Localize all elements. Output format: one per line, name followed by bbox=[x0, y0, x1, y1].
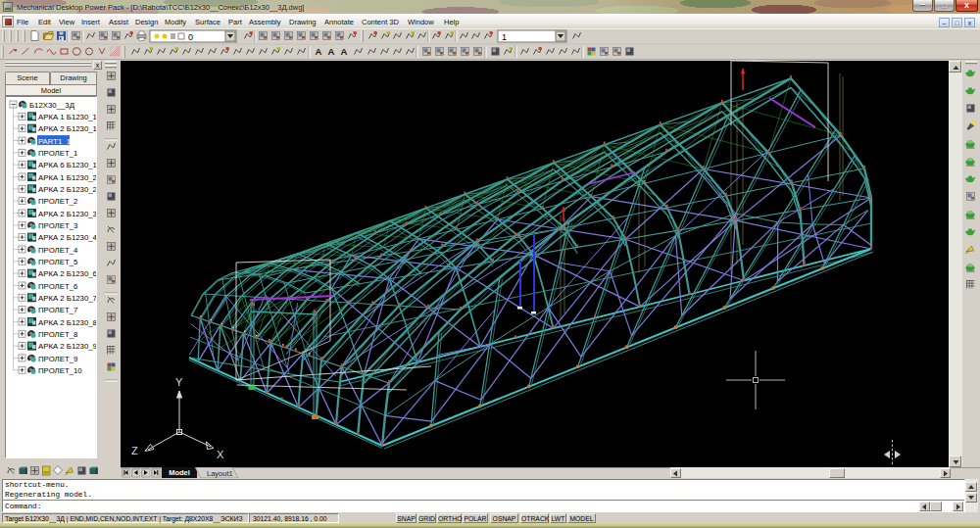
svg-text:ПРОЛЕТ_6: ПРОЛЕТ_6 bbox=[38, 282, 77, 291]
svg-text:АРКА 2 Б1230_4: АРКА 2 Б1230_4 bbox=[38, 233, 96, 242]
svg-text:Layout1: Layout1 bbox=[207, 469, 233, 478]
svg-text:Target Б12X30__3Д | END,MID,CE: Target Б12X30__3Д | END,MID,CEN,NOD,INT,… bbox=[5, 515, 243, 523]
svg-text:ПРОЛЕТ_9: ПРОЛЕТ_9 bbox=[38, 355, 77, 363]
svg-text:30121.40, 8918.16 , 0.00: 30121.40, 8918.16 , 0.00 bbox=[253, 515, 327, 522]
svg-text:1: 1 bbox=[502, 32, 507, 42]
svg-text:АРКА 2 Б1230_8: АРКА 2 Б1230_8 bbox=[38, 318, 96, 327]
svg-text:ПРОЛЕТ_10: ПРОЛЕТ_10 bbox=[38, 366, 82, 375]
svg-text:Б12X30__3Д: Б12X30__3Д bbox=[29, 101, 75, 110]
svg-text:Y: Y bbox=[175, 376, 183, 388]
svg-text:ПРОЛЕТ_2: ПРОЛЕТ_2 bbox=[38, 197, 77, 206]
svg-text:АРКА 2 Б1230_3: АРКА 2 Б1230_3 bbox=[38, 210, 96, 218]
svg-text:ПРОЛЕТ_5: ПРОЛЕТ_5 bbox=[38, 258, 78, 266]
svg-text:АРКА 2 Б1230_2: АРКА 2 Б1230_2 bbox=[38, 185, 96, 194]
svg-text:АРКА 2 Б1230_6: АРКА 2 Б1230_6 bbox=[38, 269, 96, 278]
svg-text:АРКА 2 Б1230_9: АРКА 2 Б1230_9 bbox=[38, 342, 96, 351]
svg-text:АРКА 2 Б1230_1: АРКА 2 Б1230_1 bbox=[38, 124, 96, 133]
svg-text:X: X bbox=[217, 449, 224, 460]
svg-text:PART1_1: PART1_1 bbox=[38, 137, 71, 146]
svg-text:A: A bbox=[328, 46, 335, 57]
svg-text:0: 0 bbox=[188, 32, 193, 42]
svg-text:ПРОЛЕТ_8: ПРОЛЕТ_8 bbox=[38, 330, 77, 339]
svg-text:ПРОЛЕТ_1: ПРОЛЕТ_1 bbox=[38, 149, 77, 158]
svg-text:ПРОЛЕТ_4: ПРОЛЕТ_4 bbox=[38, 246, 78, 255]
svg-text:АРКА 2 Б1230_7: АРКА 2 Б1230_7 bbox=[38, 294, 96, 303]
svg-text:АРКА 1 Б1230_2: АРКА 1 Б1230_2 bbox=[38, 173, 96, 182]
svg-text:Z: Z bbox=[131, 445, 138, 456]
svg-text:A: A bbox=[341, 46, 348, 57]
svg-text:ПРОЛЕТ_3: ПРОЛЕТ_3 bbox=[38, 221, 77, 230]
svg-text:АРКА 1 Б1230_1: АРКА 1 Б1230_1 bbox=[38, 113, 96, 121]
svg-text:ПРОЛЕТ_7: ПРОЛЕТ_7 bbox=[38, 306, 77, 314]
svg-text:A: A bbox=[316, 46, 322, 57]
svg-text:АРКА 6 Б1230_1: АРКА 6 Б1230_1 bbox=[38, 161, 96, 169]
